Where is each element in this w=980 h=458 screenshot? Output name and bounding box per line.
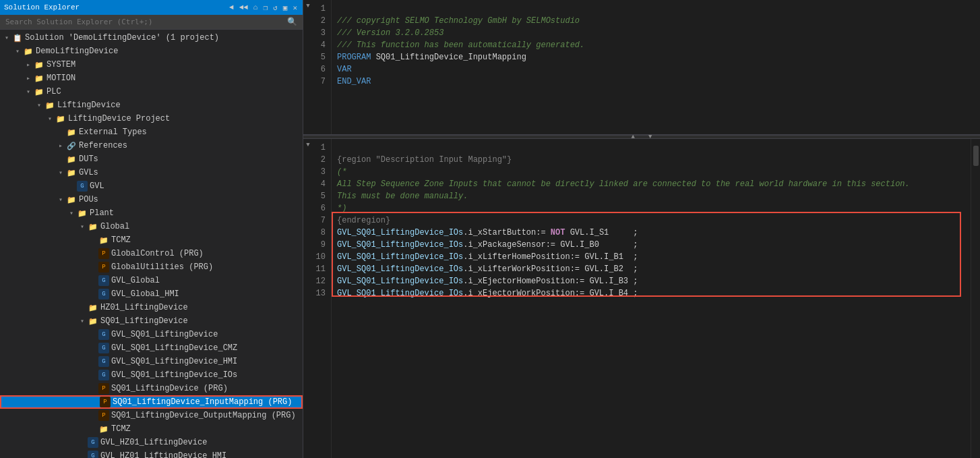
tree-item-sq01-folder[interactable]: 📁 SQ01_LiftingDevice	[0, 314, 303, 328]
scrollbar-thumb[interactable]	[973, 146, 979, 166]
tree-item-gvl-sq01-cmz[interactable]: G GVL_SQ01_LiftingDevice_CMZ	[0, 341, 303, 355]
home-icon[interactable]: ⌂	[252, 3, 259, 11]
solution-explorer-title: Solution Explorer	[4, 3, 80, 11]
ld-icon: 📁	[44, 100, 55, 111]
gvlsq01cmz-icon: G	[98, 343, 109, 353]
solution-icon: 📋	[12, 32, 23, 43]
gc-icon: P	[98, 248, 109, 259]
solution-tree: 📋 Solution 'DemoLiftingDevice' (1 projec…	[0, 30, 303, 458]
demoliftingdevice-label: DemoLiftingDevice	[36, 47, 118, 56]
bottom-code-wrap: {region "Description Input Mapping"} (* …	[332, 139, 971, 458]
gvlsq01cmz-label: GVL_SQ01_LiftingDevice_CMZ	[111, 343, 237, 353]
search-icon: 🔍	[287, 17, 297, 27]
duts-icon: 📁	[66, 154, 77, 165]
sq01om-icon: P	[98, 410, 109, 421]
tree-item-gvl-hz01-hmi[interactable]: G GVL_HZ01_LiftingDevice_HMI	[0, 449, 303, 458]
tree-item-motion[interactable]: 📁 MOTION	[0, 71, 303, 85]
tree-item-gvl-sq01-ios[interactable]: G GVL_SQ01_LiftingDevice_IOs	[0, 368, 303, 382]
gc-label: GlobalControl (PRG)	[111, 249, 204, 258]
tree-item-solution[interactable]: 📋 Solution 'DemoLiftingDevice' (1 projec…	[0, 31, 303, 45]
tree-item-global[interactable]: 📁 Global	[0, 220, 303, 233]
tree-item-liftingdevice[interactable]: 📁 LiftingDevice	[0, 98, 303, 112]
tree-item-gvl-global[interactable]: G GVL_Global	[0, 274, 303, 287]
tree-item-externaltypes[interactable]: 📁 External Types	[0, 125, 303, 139]
tree-item-plant[interactable]: 📁 Plant	[0, 206, 303, 220]
copy-icon[interactable]: ❐	[262, 3, 270, 12]
ldp-label: LiftingDevice Project	[68, 114, 170, 123]
chevron-gvlsq01ios	[88, 370, 98, 380]
chevron-gvls	[55, 167, 66, 178]
solution-explorer: Solution Explorer ◄ ◄◄ ⌂ ❐ ↺ ▣ ✕ 🔍 📋 Sol…	[0, 0, 303, 458]
tree-item-references[interactable]: 🔗 References	[0, 139, 303, 152]
gvlhz01hmi-icon: G	[88, 451, 98, 458]
plant-label: Plant	[90, 208, 114, 218]
system-icon: 📁	[34, 59, 44, 70]
collapse-arrow-top[interactable]: ▼	[306, 3, 309, 9]
tree-item-system[interactable]: 📁 SYSTEM	[0, 58, 303, 71]
refresh-icon[interactable]: ↺	[272, 3, 279, 12]
tree-item-sq01-inputmapping[interactable]: P SQ01_LiftingDevice_InputMapping (PRG)	[0, 395, 303, 409]
chevron-gvl	[66, 181, 77, 192]
tree-item-gvl-global-hmi[interactable]: G GVL_Global_HMI	[0, 287, 303, 301]
tree-item-gvl[interactable]: G GVL	[0, 179, 303, 193]
gvl-label: GVL	[90, 181, 104, 191]
chevron-global	[77, 221, 88, 232]
chevron-duts	[55, 154, 66, 165]
chevron-sq01om	[88, 410, 98, 421]
gvlsq01-icon: G	[98, 329, 109, 340]
sq01prg-icon: P	[98, 383, 109, 394]
chevron-gvlhz01hmi	[77, 451, 88, 458]
system-label: SYSTEM	[47, 60, 75, 69]
tree-item-globalutilities[interactable]: P GlobalUtilities (PRG)	[0, 260, 303, 274]
chevron-solution	[1, 32, 12, 43]
plc-icon: 📁	[34, 86, 44, 97]
panel-icon[interactable]: ▣	[282, 3, 289, 12]
pin-icon[interactable]: ◄	[228, 3, 235, 11]
plc-label: PLC	[47, 87, 61, 96]
code-editor: ▼ 1 2 3 4 5 6 7 /// copyright SELMO Tech…	[303, 0, 980, 458]
tree-item-ldproject[interactable]: 📁 LiftingDevice Project	[0, 112, 303, 125]
motion-label: MOTION	[47, 74, 75, 83]
tree-item-sq01-prg[interactable]: P SQ01_LiftingDevice (PRG)	[0, 382, 303, 395]
tree-item-tcmz1[interactable]: 📁 TCMZ	[0, 233, 303, 247]
project-icon: 📁	[23, 46, 34, 57]
chevron-gvlhz01	[77, 437, 88, 448]
solution-explorer-header: Solution Explorer ◄ ◄◄ ⌂ ❐ ↺ ▣ ✕	[0, 0, 303, 15]
gu-icon: P	[98, 262, 109, 273]
collapse-arrow-bottom[interactable]: ▼	[306, 142, 309, 148]
tree-item-plc[interactable]: 📁 PLC	[0, 85, 303, 98]
tree-item-gvls[interactable]: 📁 GVLs	[0, 166, 303, 179]
tree-item-pous[interactable]: 📁 POUs	[0, 193, 303, 206]
tree-item-gvl-hz01[interactable]: G GVL_HZ01_LiftingDevice	[0, 436, 303, 449]
chevron-system	[23, 59, 34, 70]
gvlsq01hmi-label: GVL_SQ01_LiftingDevice_HMI	[111, 357, 237, 366]
chevron-gu	[88, 262, 98, 273]
chevron-sq01im	[89, 397, 100, 407]
pin2-icon[interactable]: ◄◄	[238, 3, 249, 11]
close-header-icon[interactable]: ✕	[291, 3, 299, 12]
chevron-tcmz1	[88, 235, 98, 246]
chevron-ld	[34, 100, 44, 111]
sq01im-label: SQ01_LiftingDevice_InputMapping (PRG)	[113, 397, 292, 407]
code-content-top[interactable]: /// copyright SELMO Technology GmbH by S…	[332, 0, 980, 134]
chevron-gvlghmi	[88, 289, 98, 299]
gvl-icon: G	[77, 181, 88, 192]
gvlg-icon: G	[98, 275, 109, 286]
code-content-bottom[interactable]: {region "Description Input Mapping"} (* …	[332, 139, 971, 458]
tree-item-globalcontrol[interactable]: P GlobalControl (PRG)	[0, 247, 303, 260]
tree-item-demoliftingdevice[interactable]: 📁 DemoLiftingDevice	[0, 45, 303, 58]
chevron-plant	[66, 208, 77, 219]
tree-item-hz01[interactable]: 📁 HZ01_LiftingDevice	[0, 301, 303, 314]
tree-item-gvl-sq01[interactable]: G GVL_SQ01_LiftingDevice	[0, 328, 303, 341]
tree-item-tcmz2[interactable]: 📁 TCMZ	[0, 422, 303, 436]
hz01-icon: 📁	[88, 302, 98, 313]
chevron-ldp	[44, 113, 55, 124]
tree-item-sq01-outputmapping[interactable]: P SQ01_LiftingDevice_OutputMapping (PRG)	[0, 409, 303, 422]
sq01prg-label: SQ01_LiftingDevice (PRG)	[111, 384, 228, 393]
tree-item-duts[interactable]: 📁 DUTs	[0, 152, 303, 166]
search-input[interactable]	[5, 18, 284, 26]
tcmz1-label: TCMZ	[111, 235, 131, 245]
tree-item-gvl-sq01-hmi[interactable]: G GVL_SQ01_LiftingDevice_HMI	[0, 355, 303, 368]
vertical-scrollbar[interactable]	[971, 139, 980, 458]
gvlsq01hmi-icon: G	[98, 356, 109, 367]
